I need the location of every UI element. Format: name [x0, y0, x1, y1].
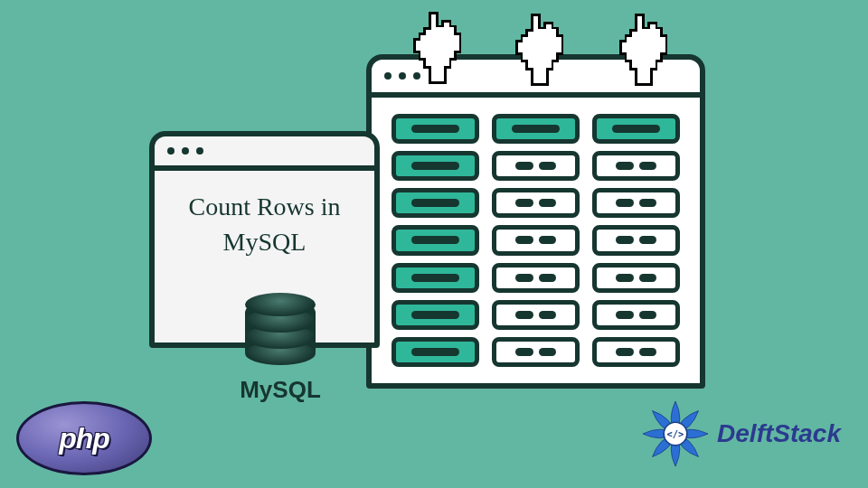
pointer-hand-icon [511, 13, 563, 89]
traffic-light-icon [384, 72, 392, 80]
spreadsheet-cell [592, 263, 680, 293]
spreadsheet-cell [392, 114, 479, 144]
spreadsheet-cell [592, 188, 680, 218]
mandala-icon: </> [639, 398, 712, 470]
text-titlebar [155, 136, 374, 171]
delftstack-label: DelftStack [717, 419, 841, 448]
php-ellipse-icon: php [16, 401, 152, 475]
spreadsheet-cell [392, 263, 479, 293]
traffic-light-icon [167, 147, 175, 155]
php-logo: php [16, 401, 152, 475]
title-line1: Count Rows in [164, 189, 365, 224]
spreadsheet-cell [592, 337, 680, 367]
spreadsheet-cell [492, 337, 580, 367]
spreadsheet-cell [392, 188, 479, 218]
delftstack-logo: </> DelftStack [639, 398, 841, 470]
title-text: Count Rows in MySQL [155, 171, 374, 259]
traffic-light-icon [196, 147, 203, 155]
spreadsheet-cell [492, 151, 580, 181]
spreadsheet-window [366, 54, 705, 389]
mysql-logo: MySQL [226, 291, 335, 404]
php-label: php [59, 422, 109, 455]
spreadsheet-cell [492, 188, 580, 218]
spreadsheet-cell [392, 151, 479, 181]
pointer-hand-icon [409, 11, 461, 88]
spreadsheet-cell [492, 300, 580, 330]
spreadsheet-cell [592, 225, 680, 255]
pointer-hand-icon [615, 13, 667, 89]
spreadsheet-cell [592, 114, 680, 144]
svg-text:</>: </> [667, 428, 684, 439]
spreadsheet-cell [592, 151, 680, 181]
spreadsheet-cell [392, 337, 479, 367]
spreadsheet-cell [592, 300, 680, 330]
mysql-label: MySQL [226, 376, 335, 404]
spreadsheet-cell [492, 225, 580, 255]
spreadsheet-grid [372, 98, 700, 383]
spreadsheet-cell [392, 300, 479, 330]
title-line2: MySQL [164, 224, 365, 259]
traffic-light-icon [399, 72, 406, 80]
traffic-light-icon [182, 147, 189, 155]
spreadsheet-cell [492, 263, 580, 293]
spreadsheet-cell [492, 114, 580, 144]
database-cylinder-icon [245, 291, 316, 371]
spreadsheet-cell [392, 225, 479, 255]
